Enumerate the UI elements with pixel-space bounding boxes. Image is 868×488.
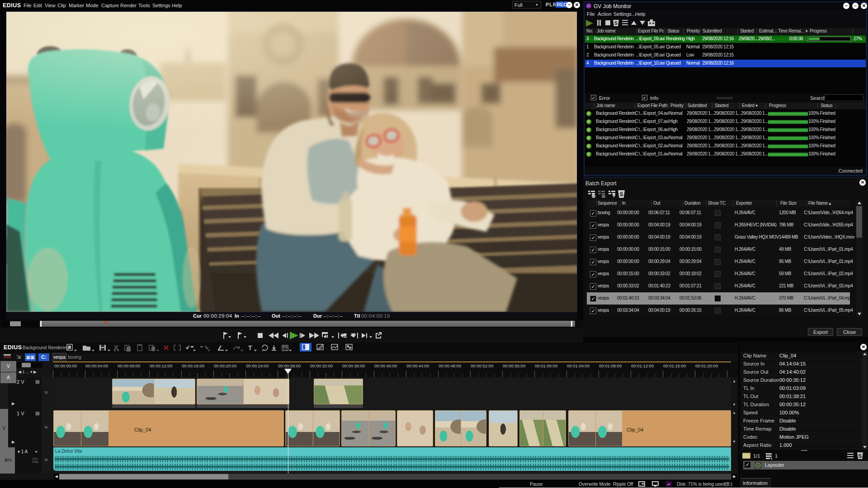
svg-text:T: T	[248, 344, 252, 352]
svg-text:S: S	[614, 21, 618, 26]
svg-text:S: S	[859, 453, 862, 459]
svg-text:S: S	[619, 191, 623, 197]
